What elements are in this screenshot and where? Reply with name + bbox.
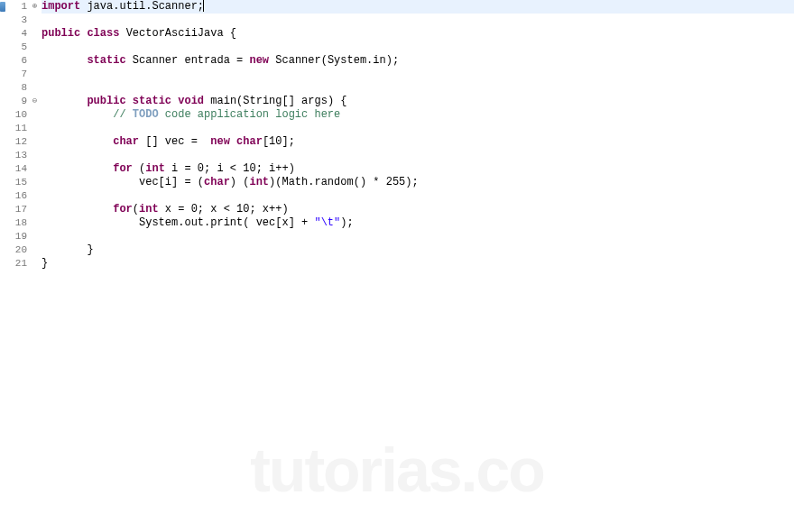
line-number: 21	[5, 257, 27, 271]
token-plain: main(String[] args) {	[204, 95, 346, 107]
fold-cell	[31, 122, 40, 135]
token-plain: i = 0; i < 10; i++)	[165, 162, 295, 175]
token-plain	[230, 135, 236, 148]
line-number: 8	[5, 81, 27, 95]
fold-cell	[31, 27, 40, 41]
line-number: 7	[5, 68, 27, 81]
code-line[interactable]	[42, 122, 794, 135]
line-number: 19	[5, 230, 27, 243]
token-plain: x = 0; x < 10; x++)	[159, 203, 289, 216]
fold-cell	[31, 257, 40, 271]
token-com: //	[113, 108, 133, 121]
line-number: 15	[5, 176, 27, 189]
code-line[interactable]: import java.util.Scanner;	[42, 0, 794, 14]
code-line[interactable]: static Scanner entrada = new Scanner(Sys…	[42, 54, 794, 68]
fold-cell[interactable]: ⊕	[31, 0, 40, 14]
line-number: 10	[5, 108, 27, 122]
token-kw: import	[42, 0, 80, 13]
token-plain: [10];	[263, 135, 295, 148]
code-line[interactable]: }	[42, 257, 794, 271]
token-plain: Scanner(System.in);	[269, 54, 399, 67]
token-plain: )(Math.random() * 255);	[269, 176, 419, 188]
token-kw: int	[249, 176, 269, 188]
token-plain	[42, 108, 113, 121]
code-line[interactable]: char [] vec = new char[10];	[42, 135, 794, 149]
line-number: 14	[5, 162, 27, 176]
fold-cell	[31, 216, 40, 230]
code-line[interactable]: public class VectorAsciiJava {	[42, 27, 794, 41]
token-kw: public	[42, 27, 80, 40]
token-plain: );	[340, 216, 353, 229]
code-line[interactable]: public static void main(String[] args) {	[42, 95, 794, 108]
code-line[interactable]	[42, 81, 794, 95]
token-kw: int	[139, 203, 159, 216]
code-line[interactable]: for (int i = 0; i < 10; i++)	[42, 162, 794, 176]
code-line[interactable]: System.out.print( vec[x] + "\t");	[42, 216, 794, 230]
fold-cell[interactable]: ⊖	[31, 95, 40, 108]
code-line[interactable]: for(int x = 0; x < 10; x++)	[42, 203, 794, 216]
code-line[interactable]: vec[i] = (char) (int)(Math.random() * 25…	[42, 176, 794, 189]
code-area[interactable]: import java.util.Scanner;public class Ve…	[40, 0, 794, 532]
fold-cell	[31, 135, 40, 149]
token-kw: char	[236, 135, 263, 148]
line-number: 1	[5, 0, 27, 14]
code-line[interactable]	[42, 68, 794, 81]
line-number: 18	[5, 216, 27, 230]
fold-cell	[31, 203, 40, 216]
token-kw: static	[87, 54, 125, 67]
fold-cell	[31, 189, 40, 203]
line-number: 16	[5, 189, 27, 203]
token-com: code application logic here	[159, 108, 341, 121]
token-plain: Scanner entrada =	[126, 54, 250, 67]
line-number: 6	[5, 54, 27, 68]
fold-cell	[31, 68, 40, 81]
token-plain: [] vec =	[139, 135, 210, 148]
line-number: 9	[5, 95, 27, 108]
token-kw: static	[133, 95, 171, 107]
line-number: 12	[5, 135, 27, 149]
line-number-gutter: 13456789101112131415161718192021	[5, 0, 31, 532]
fold-cell	[31, 41, 40, 54]
fold-cell	[31, 230, 40, 243]
code-editor[interactable]: 13456789101112131415161718192021 ⊕⊖ impo…	[0, 0, 794, 532]
line-number: 3	[5, 14, 27, 27]
token-kw: public	[87, 95, 125, 107]
token-kw: new	[249, 54, 269, 67]
line-number: 17	[5, 203, 27, 216]
token-kw: for	[113, 162, 133, 175]
token-plain	[42, 54, 87, 67]
code-line[interactable]	[42, 189, 794, 203]
code-line[interactable]	[42, 149, 794, 162]
token-plain	[126, 95, 133, 107]
fold-cell	[31, 176, 40, 189]
token-plain: vec[i] = (	[42, 176, 204, 188]
fold-cell	[31, 108, 40, 122]
fold-cell	[31, 149, 40, 162]
line-number: 5	[5, 41, 27, 54]
fold-cell	[31, 14, 40, 27]
token-kw: class	[87, 27, 119, 40]
token-plain: (	[133, 203, 139, 216]
token-plain: ) (	[230, 176, 250, 188]
expand-icon[interactable]: ⊕	[31, 3, 39, 11]
token-kw: char	[113, 135, 139, 148]
token-plain: }	[42, 257, 48, 270]
token-plain: (	[133, 162, 145, 175]
token-kw: for	[113, 203, 133, 216]
line-number: 13	[5, 149, 27, 162]
fold-cell	[31, 243, 40, 257]
fold-cell	[31, 81, 40, 95]
token-str: "\t"	[314, 216, 340, 229]
code-line[interactable]	[42, 230, 794, 243]
token-plain: }	[42, 243, 94, 256]
code-line[interactable]	[42, 14, 794, 27]
token-kw: int	[145, 162, 165, 175]
code-line[interactable]: }	[42, 243, 794, 257]
collapse-icon[interactable]: ⊖	[31, 97, 39, 105]
token-plain: System.out.print( vec[x] +	[42, 216, 314, 229]
code-line[interactable]: // TODO code application logic here	[42, 108, 794, 122]
code-line[interactable]	[42, 41, 794, 54]
fold-cell	[31, 54, 40, 68]
token-kw: char	[204, 176, 230, 188]
token-plain	[42, 135, 113, 148]
